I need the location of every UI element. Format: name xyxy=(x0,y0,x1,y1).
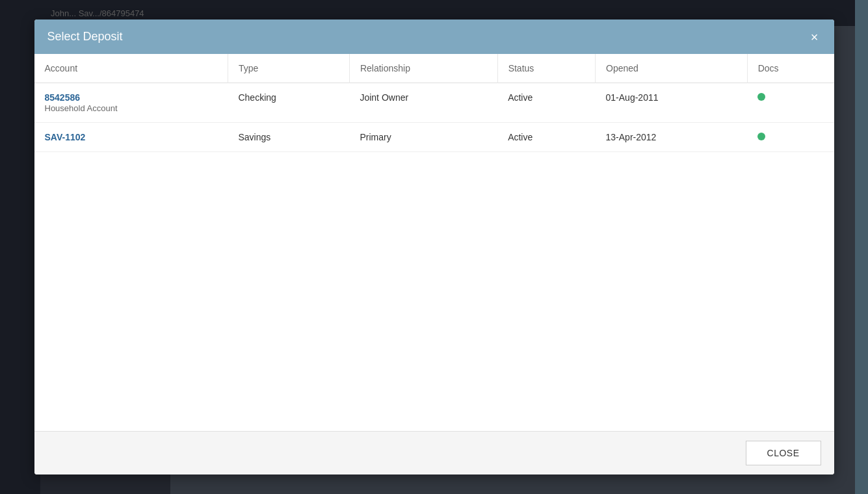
docs-dot-0 xyxy=(757,93,765,101)
col-header-relationship: Relationship xyxy=(349,54,497,83)
opened-cell-1: 13-Apr-2012 xyxy=(596,123,748,152)
account-cell-1: SAV-1102 xyxy=(34,123,228,152)
modal-header: Select Deposit × xyxy=(34,20,834,54)
account-number-1: SAV-1102 xyxy=(45,132,218,142)
col-header-docs: Docs xyxy=(747,54,834,83)
table-header-row: Account Type Relationship Status Opened … xyxy=(34,54,834,83)
account-sub-0: Household Account xyxy=(45,103,118,113)
table-row[interactable]: 8542586 Household Account Checking Joint… xyxy=(34,83,834,123)
close-button[interactable]: CLOSE xyxy=(746,441,821,465)
modal-footer: CLOSE xyxy=(34,431,834,474)
docs-cell-0 xyxy=(747,83,834,123)
docs-cell-1 xyxy=(747,123,834,152)
col-header-opened: Opened xyxy=(596,54,748,83)
accounts-table: Account Type Relationship Status Opened … xyxy=(34,54,834,152)
accounts-table-container: Account Type Relationship Status Opened … xyxy=(34,54,834,152)
table-row[interactable]: SAV-1102 Savings Primary Active 13-Apr-2… xyxy=(34,123,834,152)
col-header-type: Type xyxy=(228,54,349,83)
status-cell-0: Active xyxy=(497,83,595,123)
relationship-cell-1: Primary xyxy=(349,123,497,152)
relationship-cell-0: Joint Owner xyxy=(349,83,497,123)
opened-cell-0: 01-Aug-2011 xyxy=(596,83,748,123)
modal-body: Account Type Relationship Status Opened … xyxy=(34,54,834,431)
status-cell-1: Active xyxy=(497,123,595,152)
col-header-status: Status xyxy=(497,54,595,83)
type-cell-1: Savings xyxy=(228,123,349,152)
select-deposit-modal: Select Deposit × Account Type Relationsh… xyxy=(34,20,834,474)
type-cell-0: Checking xyxy=(228,83,349,123)
account-number-0: 8542586 xyxy=(45,92,218,103)
docs-dot-1 xyxy=(757,133,765,140)
account-cell-0: 8542586 Household Account xyxy=(34,83,228,123)
modal-close-x-button[interactable]: × xyxy=(808,31,821,44)
col-header-account: Account xyxy=(34,54,228,83)
modal-title: Select Deposit xyxy=(47,30,123,44)
